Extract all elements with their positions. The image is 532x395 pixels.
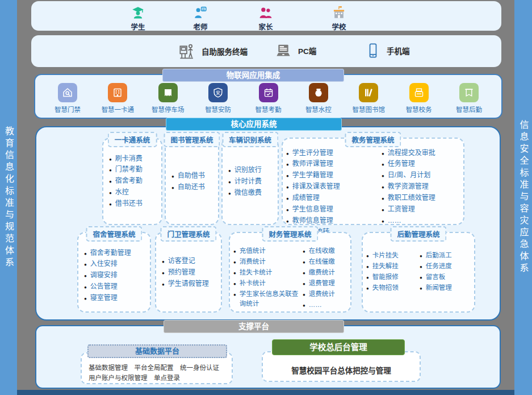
list-item: 识别放行 — [228, 165, 275, 175]
right-standards-bar: 信息安全标准与容灾应急体系 — [514, 0, 532, 395]
iot-item-one-card: 智慧一卡通 — [95, 83, 140, 114]
base-data-platform-title: 基础数据平台 — [87, 344, 227, 358]
list-item: 学生请假管理 — [162, 279, 219, 289]
school-admin-desc: 智慧校园平台总体把控与管理 — [291, 364, 391, 376]
list-item: 公告管理 — [84, 282, 148, 292]
list-item: 预约管理 — [162, 268, 219, 277]
list-item: 失物招领 — [366, 283, 420, 293]
iot-label: 智慧水控 — [305, 105, 332, 114]
list-item: 教职工绩效管理 — [382, 193, 462, 203]
list-item: 刷卡消费 — [109, 154, 159, 164]
system-box-dormitory: 宿舍管理系统 宿舍考勤管理入住安排调寝安排公告管理寝室管理 — [77, 232, 151, 313]
logistics-banner-icon — [459, 83, 479, 102]
system-box-list: 流程提交及审批任务管理日/周、月计划教学资源管理教职工绩效管理工资管理…… — [382, 147, 462, 239]
list-item: 后勤派工 — [420, 251, 473, 260]
iot-label: 智慧校务 — [406, 105, 432, 114]
parking-icon — [158, 83, 178, 102]
iot-label: 智慧门禁 — [55, 105, 81, 114]
system-box-columns: 充值统计消费统计挂失卡统计补卡统计学生家长信息关联查询统计 在线收缴在线催缴缴费… — [233, 244, 349, 311]
list-item: 调寝安排 — [84, 271, 148, 280]
school-admin-box: 智慧校园平台总体把控与管理 — [262, 351, 421, 382]
one-card-icon — [108, 83, 127, 102]
list-item: 消费统计 — [233, 257, 303, 267]
phone-icon — [365, 42, 381, 59]
list-item: 卡片挂失 — [366, 251, 420, 260]
list-item: 智能报修 — [366, 272, 420, 282]
left-standards-label: 教育信息化标准与规范体系 — [4, 126, 13, 269]
system-box-title: 门卫管理系统 — [160, 226, 216, 242]
iot-label: 智慧停车场 — [152, 105, 185, 114]
iot-label: 智慧图书馆 — [353, 105, 386, 114]
list-item: 缴费统计 — [303, 268, 349, 277]
terminal-label: 自助服务终端 — [202, 45, 248, 57]
system-box-title: 图书管理系统 — [164, 132, 220, 147]
base-platform-line: 用户账户与权限管理 单点登录 — [89, 373, 232, 383]
list-item: 成绩管理 — [286, 193, 382, 203]
base-platform-line: 基础数据管理 平台全局配置 统一身份认证 — [89, 363, 232, 373]
list-item: …… — [382, 216, 462, 226]
user-item-student: 学生 — [118, 5, 158, 32]
list-item: 入住安排 — [84, 259, 148, 269]
teacher-icon — [193, 5, 208, 20]
smart-campus-architecture-diagram: 教育信息化标准与规范体系 信息安全标准与容灾应急体系 学生 — [0, 0, 532, 395]
list-item: 教学资源管理 — [382, 182, 462, 192]
iot-item-library: 智慧图书馆 — [346, 83, 391, 114]
list-item: 门禁考勤 — [109, 165, 159, 174]
list-item: 挂失解挂 — [366, 261, 420, 271]
door-access-icon — [58, 83, 77, 102]
user-item-parents: 家长 — [246, 5, 286, 32]
iot-item-attendance: 智慧考勤 — [246, 83, 291, 114]
core-section-header: 核心应用系统 — [166, 118, 342, 131]
support-panel: 基础数据管理 平台全局配置 统一身份认证 用户账户与权限管理 单点登录 基础数据… — [35, 325, 501, 389]
system-box-columns: 卡片挂失挂失解挂智能报修失物招领 后勤派工任务进度留言板新闻管理 — [366, 249, 473, 294]
list-item: 在线收缴 — [303, 246, 349, 256]
list-item: 在线催缴 — [303, 257, 349, 267]
system-box-list: 刷卡消费门禁考勤宿舍考勤水控借书还书 — [109, 152, 159, 210]
user-label: 学校 — [332, 21, 346, 32]
student-icon — [131, 5, 145, 20]
system-box-list: 访客登记预约管理学生请假管理 — [162, 255, 219, 290]
user-item-teacher: 老师 — [181, 5, 220, 32]
list-item: 宿舍考勤 — [109, 176, 159, 186]
list-item: 访客登记 — [162, 256, 219, 266]
iot-item-parking: 智慧停车场 — [146, 83, 190, 114]
system-box-title: 财务管理系统 — [262, 226, 318, 242]
list-item: 补卡统计 — [233, 278, 303, 288]
list-item: 水控 — [109, 188, 159, 197]
system-box-title: 教务管理系统 — [345, 132, 401, 147]
school-affairs-icon — [409, 83, 429, 102]
iot-item-logistics: 智慧后勤 — [447, 83, 491, 114]
list-item: 教师信息管理 — [286, 216, 382, 226]
system-box-academic: 教务管理系统 学生评分管理教师评课管理学生学籍管理排课及课表管理成绩管理学生信息… — [282, 138, 464, 225]
parents-icon — [258, 5, 273, 20]
support-section-header: 支撑平台 — [164, 320, 344, 333]
list-item: 留言板 — [420, 272, 473, 282]
system-box-list: 识别放行计时计费微信缴费 — [228, 164, 275, 199]
system-box-list: 学生评分管理教师评课管理学生学籍管理排课及课表管理成绩管理学生信息管理教师信息管… — [286, 147, 382, 239]
attendance-calendar-icon — [259, 83, 278, 102]
system-box-library: 图书管理系统 自助借书自助还书 — [165, 138, 219, 225]
list-item: 任务管理 — [382, 159, 462, 169]
list-item: 日/周、月计划 — [382, 171, 462, 180]
list-item: 新闻管理 — [420, 283, 473, 293]
list-item: 自助还书 — [171, 182, 216, 192]
bottom-bar — [17, 390, 514, 395]
terminal-item-pc: PC端 — [274, 42, 316, 59]
list-item: 充值统计 — [233, 246, 303, 256]
list-item: 教师评课管理 — [286, 159, 382, 169]
system-box-list: 卡片挂失挂失解挂智能报修失物招领 — [366, 249, 420, 294]
terminal-label: PC端 — [298, 45, 316, 56]
user-item-school: 学校 — [319, 5, 359, 32]
system-box-list: 后勤派工任务进度留言板新闻管理 — [420, 249, 473, 294]
water-control-icon — [309, 83, 328, 102]
system-box-gatekeeper: 门卫管理系统 访客登记预约管理学生请假管理 — [155, 232, 222, 313]
right-standards-label: 信息安全标准与容灾应急体系 — [519, 120, 528, 275]
user-label: 学生 — [131, 21, 145, 32]
iot-label: 智慧考勤 — [255, 105, 282, 114]
iot-section-header: 物联网应用集成 — [162, 69, 344, 82]
pc-icon — [274, 42, 292, 59]
library-books-icon — [359, 83, 378, 102]
system-box-title: 宿舍管理系统 — [86, 226, 142, 242]
svg-text:安: 安 — [216, 90, 220, 95]
list-item: …… — [303, 300, 349, 310]
